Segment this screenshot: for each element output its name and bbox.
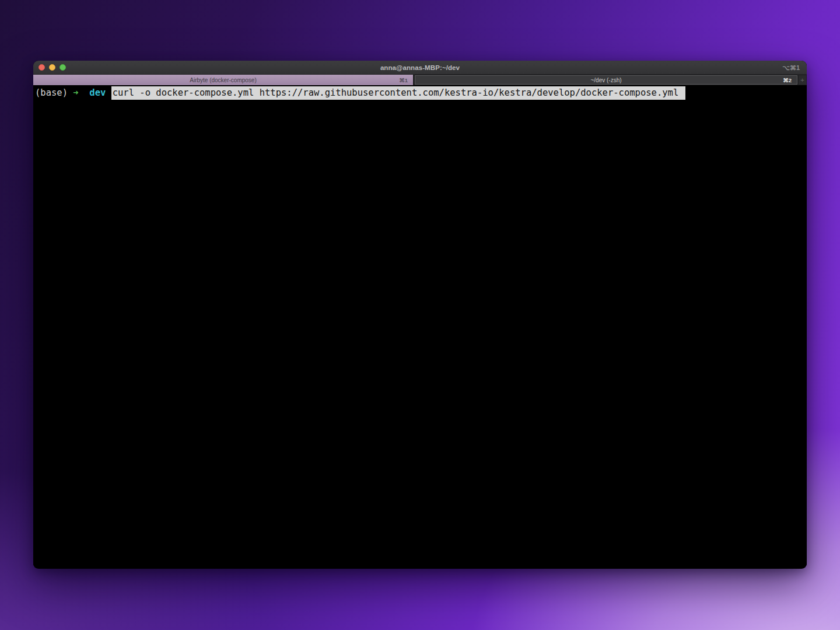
tab-label: Airbyte (docker-compose) (190, 77, 256, 83)
new-tab-button[interactable]: + (799, 75, 806, 85)
traffic-lights (33, 64, 66, 71)
conda-env-label: (base) (35, 88, 68, 98)
tab-label: ~/dev (-zsh) (590, 77, 621, 83)
tab-dev-zsh[interactable]: ~/dev (-zsh) ⌘2 (415, 75, 797, 85)
desktop-background: anna@annas-MBP:~/dev ⌥⌘1 Airbyte (docker… (0, 0, 840, 630)
selected-command-text: curl -o docker-compose.yml https://raw.g… (111, 86, 686, 100)
minimize-button[interactable] (49, 64, 55, 71)
tab-shortcut-badge: ⌘2 (783, 77, 792, 83)
current-directory-label: dev (89, 88, 106, 98)
window-title-bar[interactable]: anna@annas-MBP:~/dev ⌥⌘1 (33, 61, 807, 75)
prompt-line: (base) ➜ dev curl -o docker-compose.yml … (35, 86, 807, 100)
close-button[interactable] (38, 64, 45, 71)
zoom-button[interactable] (60, 64, 66, 71)
tab-bar: Airbyte (docker-compose) ⌘1 ~/dev (-zsh)… (33, 75, 807, 85)
window-shortcut-label: ⌥⌘1 (782, 61, 800, 75)
tab-airbyte-docker-compose[interactable]: Airbyte (docker-compose) ⌘1 (33, 75, 414, 85)
window-title: anna@annas-MBP:~/dev (33, 64, 807, 71)
prompt-arrow: ➜ (73, 88, 78, 98)
tab-shortcut-badge: ⌘1 (399, 77, 408, 83)
terminal-window: anna@annas-MBP:~/dev ⌥⌘1 Airbyte (docker… (33, 61, 807, 569)
terminal-body[interactable]: (base) ➜ dev curl -o docker-compose.yml … (33, 85, 807, 568)
